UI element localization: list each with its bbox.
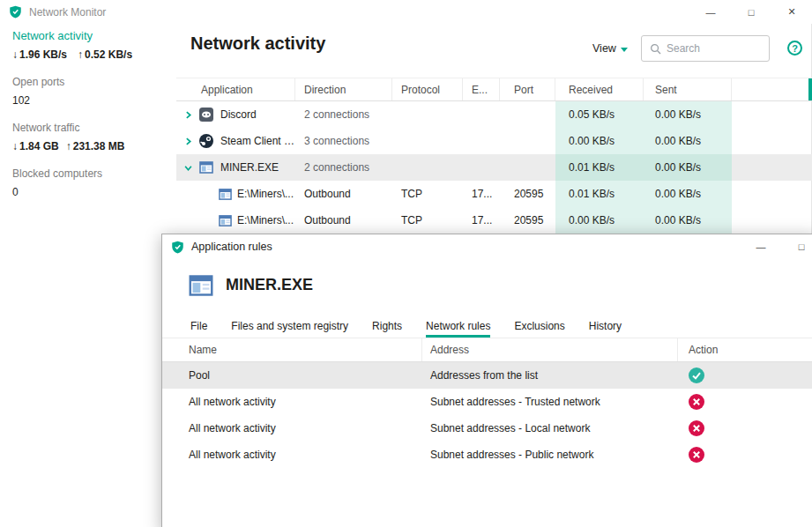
cell-received: 0.01 KB/s: [555, 181, 644, 207]
rule-name: All network activity: [162, 415, 422, 442]
traffic-down: 1.84 GB: [19, 140, 59, 152]
down-arrow-icon: ↓: [12, 140, 18, 152]
rule-name: All network activity: [162, 442, 422, 468]
view-dropdown[interactable]: View: [592, 42, 628, 55]
kaspersky-shield-icon: [171, 241, 184, 254]
cell-direction: Outbound: [295, 181, 392, 207]
dialog-minimize-button[interactable]: —: [741, 234, 781, 259]
column-header-sent[interactable]: Sent: [644, 78, 732, 100]
steam-icon: [199, 134, 213, 148]
tab-files-and-system-registry[interactable]: Files and system registry: [231, 314, 348, 338]
help-button[interactable]: ?: [787, 41, 802, 56]
sidebar: Network activity ↓1.96 KB/s ↑0.52 KB/s O…: [0, 24, 161, 527]
table-row-miner[interactable]: MINER.EXE 2 connections 0.01 KB/s 0.00 K…: [176, 154, 812, 181]
cell-received: 0.00 KB/s: [555, 128, 644, 154]
discord-icon: [199, 108, 213, 122]
cell-received: 0.01 KB/s: [555, 154, 644, 181]
cell-e: 17...: [463, 207, 500, 234]
application-icon: [189, 273, 213, 298]
traffic-up: 231.38 MB: [73, 140, 125, 152]
block-cross-icon[interactable]: [689, 394, 704, 410]
rule-row-pool[interactable]: Pool Addresses from the list: [162, 362, 812, 389]
cell-sent: 0.00 KB/s: [644, 101, 732, 128]
cell-port: [500, 154, 555, 181]
sidebar-item-blocked-computers[interactable]: Blocked computers: [12, 167, 149, 180]
cell-protocol: [392, 154, 463, 181]
network-activity-speeds: ↓1.96 KB/s ↑0.52 KB/s: [12, 48, 149, 61]
rule-address: Subnet addresses - Local network: [422, 415, 678, 442]
block-cross-icon[interactable]: [689, 420, 704, 436]
tab-rights[interactable]: Rights: [372, 314, 402, 338]
close-button[interactable]: ✕: [771, 0, 812, 24]
cell-protocol: [392, 128, 463, 154]
application-icon: [219, 214, 232, 227]
column-header-received[interactable]: Received: [555, 78, 644, 100]
search-icon: [650, 43, 661, 55]
allow-check-icon[interactable]: [689, 367, 704, 383]
column-header-filler: [732, 78, 812, 100]
sidebar-item-network-traffic[interactable]: Network traffic: [12, 122, 149, 134]
cell-protocol: TCP: [392, 207, 463, 234]
chevron-down-icon[interactable]: [176, 164, 199, 172]
column-header-action[interactable]: Action: [678, 338, 812, 361]
cell-sent: 0.00 KB/s: [644, 207, 732, 234]
window-title: Network Monitor: [29, 6, 106, 19]
cell-direction: 2 connections: [295, 154, 392, 181]
chevron-right-icon[interactable]: [176, 111, 199, 119]
column-header-name[interactable]: Name: [162, 338, 422, 361]
column-header-address[interactable]: Address: [422, 338, 678, 361]
cell-protocol: [392, 101, 463, 128]
column-header-protocol[interactable]: Protocol: [392, 78, 463, 100]
cell-e: [463, 128, 500, 154]
rules-header-row: Name Address Action: [162, 338, 812, 362]
search-input[interactable]: [667, 42, 761, 55]
sidebar-item-network-activity[interactable]: Network activity: [12, 29, 149, 42]
block-cross-icon[interactable]: [689, 447, 704, 463]
maximize-button[interactable]: □: [731, 0, 771, 24]
cell-direction: 3 connections: [295, 128, 392, 154]
window-controls: — □ ✕: [690, 0, 812, 24]
cell-e: 17...: [463, 181, 500, 207]
application-name: MINER.EXE: [220, 161, 279, 174]
rule-row-local[interactable]: All network activity Subnet addresses - …: [162, 415, 812, 442]
tab-exclusions[interactable]: Exclusions: [514, 314, 564, 338]
dialog-titlebar: Application rules — □: [162, 234, 812, 259]
table-row-connection[interactable]: E:\Miners\... Outbound TCP 17... 20595 0…: [176, 181, 812, 207]
down-arrow-icon: ↓: [12, 48, 18, 61]
tab-history[interactable]: History: [589, 314, 622, 338]
connections-table: Application Direction Protocol E... Port…: [176, 78, 812, 234]
table-row-steam[interactable]: Steam Client B... 3 connections 0.00 KB/…: [176, 128, 812, 154]
page-title: Network activity: [190, 33, 325, 54]
rule-row-trusted[interactable]: All network activity Subnet addresses - …: [162, 389, 812, 415]
dialog-title: Application rules: [191, 241, 272, 253]
rule-name: All network activity: [162, 389, 422, 415]
cell-e: [463, 101, 500, 128]
column-header-port[interactable]: Port: [500, 78, 555, 100]
open-ports-value: 102: [12, 94, 149, 107]
minimize-button[interactable]: —: [690, 0, 731, 24]
table-row-connection[interactable]: E:\Miners\... Outbound TCP 17... 20595 0…: [176, 207, 812, 234]
dialog-maximize-button[interactable]: □: [781, 234, 812, 259]
cell-direction: Outbound: [295, 207, 392, 234]
dialog-app-name: MINER.EXE: [226, 276, 313, 294]
table-row-discord[interactable]: Discord 2 connections 0.05 KB/s 0.00 KB/…: [176, 101, 812, 128]
column-header-application[interactable]: Application: [176, 78, 295, 100]
cell-port: [500, 101, 555, 128]
application-icon: [199, 160, 213, 174]
rule-address: Subnet addresses - Public network: [422, 442, 678, 468]
tab-file[interactable]: File: [190, 314, 207, 338]
sidebar-item-open-ports[interactable]: Open ports: [12, 76, 149, 88]
tab-network-rules[interactable]: Network rules: [426, 314, 490, 338]
column-header-direction[interactable]: Direction: [295, 78, 392, 100]
rule-address: Addresses from the list: [422, 362, 678, 389]
network-traffic-value: ↓1.84 GB ↑231.38 MB: [12, 140, 149, 152]
column-header-e[interactable]: E...: [463, 78, 500, 100]
application-rules-dialog: Application rules — □ MINER.EXE File Fil…: [161, 234, 812, 527]
rule-address: Subnet addresses - Trusted network: [422, 389, 678, 415]
rule-row-public[interactable]: All network activity Subnet addresses - …: [162, 442, 812, 468]
connection-path: E:\Miners\...: [237, 214, 294, 226]
up-arrow-icon: ↑: [66, 140, 71, 152]
chevron-right-icon[interactable]: [176, 137, 199, 145]
application-icon: [219, 188, 232, 201]
cell-sent: 0.00 KB/s: [644, 154, 732, 181]
